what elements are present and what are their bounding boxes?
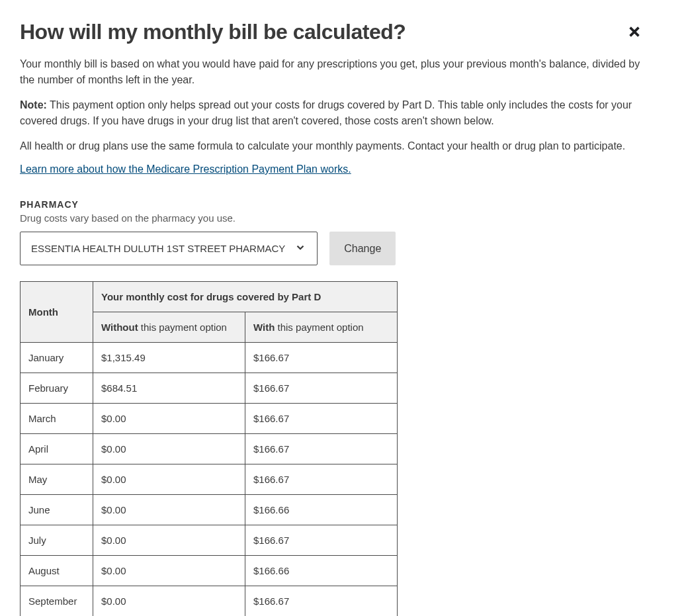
without-cell: $0.00 [93, 525, 245, 556]
group-header: Your monthly cost for drugs covered by P… [93, 282, 398, 312]
with-cell: $166.67 [245, 404, 398, 434]
with-cell: $166.66 [245, 495, 398, 525]
table-row: June$0.00$166.66 [21, 495, 398, 525]
table-row: February$684.51$166.67 [21, 373, 398, 404]
pharmacy-subtext: Drug costs vary based on the pharmacy yo… [20, 212, 648, 224]
month-cell: September [21, 586, 93, 617]
without-cell: $0.00 [93, 556, 245, 586]
learn-more-link[interactable]: Learn more about how the Medicare Prescr… [20, 163, 351, 175]
month-cell: March [21, 404, 93, 434]
formula-paragraph: All health or drug plans use the same fo… [20, 138, 648, 154]
with-bold: With [253, 322, 275, 333]
with-cell: $166.66 [245, 556, 398, 586]
month-cell: April [21, 434, 93, 464]
close-icon[interactable] [621, 20, 648, 45]
table-row: March$0.00$166.67 [21, 404, 398, 434]
with-cell: $166.67 [245, 343, 398, 373]
table-row: September$0.00$166.67 [21, 586, 398, 617]
with-cell: $166.67 [245, 464, 398, 495]
month-cell: February [21, 373, 93, 404]
table-row: January$1,315.49$166.67 [21, 343, 398, 373]
note-paragraph: Note: This payment option only helps spr… [20, 97, 648, 129]
without-cell: $0.00 [93, 495, 245, 525]
pharmacy-select[interactable]: ESSENTIA HEALTH DULUTH 1ST STREET PHARMA… [20, 232, 318, 265]
with-cell: $166.67 [245, 525, 398, 556]
month-cell: January [21, 343, 93, 373]
without-cell: $0.00 [93, 434, 245, 464]
table-row: May$0.00$166.67 [21, 464, 398, 495]
change-button[interactable]: Change [329, 232, 396, 265]
without-rest: this payment option [138, 322, 227, 333]
month-cell: July [21, 525, 93, 556]
chevron-down-icon [294, 242, 306, 255]
month-header: Month [21, 282, 93, 343]
without-header: Without this payment option [93, 312, 245, 343]
table-row: July$0.00$166.67 [21, 525, 398, 556]
without-cell: $684.51 [93, 373, 245, 404]
with-cell: $166.67 [245, 373, 398, 404]
without-cell: $0.00 [93, 404, 245, 434]
table-row: April$0.00$166.67 [21, 434, 398, 464]
without-cell: $1,315.49 [93, 343, 245, 373]
table-row: August$0.00$166.66 [21, 556, 398, 586]
note-text: This payment option only helps spread ou… [20, 99, 632, 126]
month-cell: May [21, 464, 93, 495]
with-rest: this payment option [275, 322, 363, 333]
page-title: How will my monthly bill be calculated? [20, 20, 406, 44]
pharmacy-selected-value: ESSENTIA HEALTH DULUTH 1ST STREET PHARMA… [31, 243, 285, 254]
without-cell: $0.00 [93, 464, 245, 495]
without-bold: Without [101, 322, 138, 333]
with-header: With this payment option [245, 312, 398, 343]
with-cell: $166.67 [245, 434, 398, 464]
cost-table: Month Your monthly cost for drugs covere… [20, 281, 398, 616]
with-cell: $166.67 [245, 586, 398, 617]
pharmacy-label: PHARMACY [20, 199, 648, 210]
note-label: Note: [20, 99, 47, 110]
month-cell: June [21, 495, 93, 525]
without-cell: $0.00 [93, 586, 245, 617]
month-cell: August [21, 556, 93, 586]
intro-paragraph: Your monthly bill is based on what you w… [20, 56, 648, 88]
